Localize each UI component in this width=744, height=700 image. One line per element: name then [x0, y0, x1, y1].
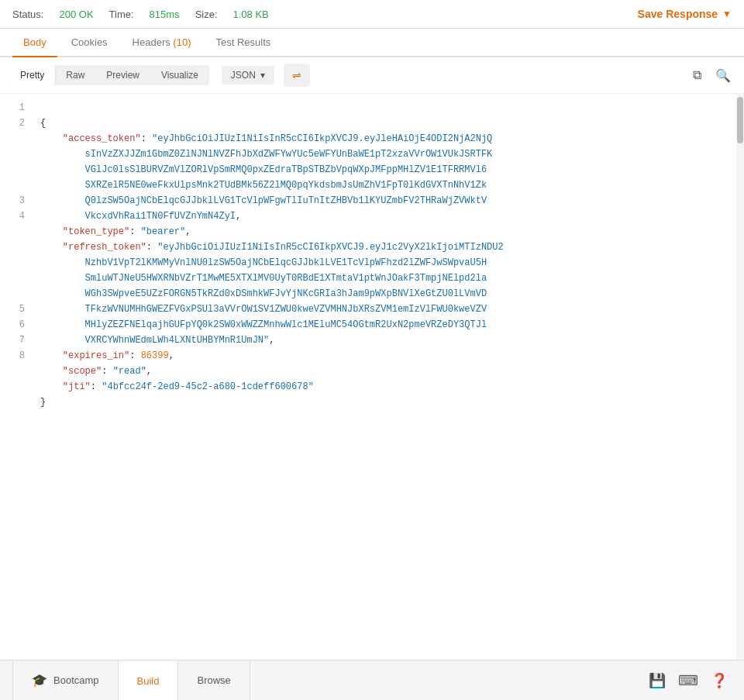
format-label: JSON: [231, 70, 256, 81]
json-content: { "access_token": "eyJhbGciOiJIUzI1NiIsI…: [34, 94, 736, 660]
nav-item-browse[interactable]: Browse: [178, 660, 250, 700]
pretty-button[interactable]: Pretty: [9, 65, 55, 85]
chevron-down-icon: ▾: [260, 70, 265, 81]
line-num-6: 6: [0, 317, 34, 333]
preview-button[interactable]: Preview: [95, 65, 150, 85]
code-area: 1 2 2 2 2 2 3 4 4 4 4 4 4 5 6 7 8 { "acc…: [0, 94, 744, 660]
nav-item-bootcamp[interactable]: 🎓 Bootcamp: [12, 660, 119, 700]
browse-label: Browse: [197, 674, 230, 686]
wrap-button[interactable]: ⇌: [284, 64, 310, 87]
line-num-4: 4: [0, 209, 34, 224]
line-num-5: 5: [0, 302, 34, 317]
line-num-1: 1: [0, 100, 34, 116]
line-num-8: 8: [0, 348, 34, 364]
line-num-7: 7: [0, 333, 34, 348]
status-value: 200 OK: [59, 9, 93, 20]
wrap-icon: ⇌: [292, 69, 301, 81]
bottom-navigation: 🎓 Bootcamp Build Browse 💾 ⌨ ❓: [0, 660, 744, 700]
bootcamp-label: Bootcamp: [53, 674, 99, 686]
search-button[interactable]: 🔍: [711, 64, 735, 87]
copy-button[interactable]: ⧉: [685, 64, 708, 87]
bootcamp-icon: 🎓: [32, 673, 47, 688]
bottom-icons: 💾 ⌨ ❓: [645, 668, 732, 693]
keyboard-icon[interactable]: ⌨: [676, 668, 701, 693]
visualize-button[interactable]: Visualize: [150, 65, 209, 85]
raw-button[interactable]: Raw: [55, 65, 95, 85]
nav-item-build[interactable]: Build: [119, 660, 179, 700]
tab-headers[interactable]: Headers (10): [122, 29, 202, 57]
save-response-button[interactable]: Save Response ▼: [638, 8, 732, 20]
scrollbar-thumb[interactable]: [737, 97, 743, 143]
status-bar: Status: 200 OK Time: 815ms Size: 1.08 KB…: [0, 0, 744, 29]
status-label: Status:: [12, 9, 43, 20]
tab-body[interactable]: Body: [12, 29, 57, 57]
line-numbers: 1 2 2 2 2 2 3 4 4 4 4 4 4 5 6 7 8: [0, 94, 34, 660]
time-value: 815ms: [150, 9, 180, 20]
line-num-3: 3: [0, 193, 34, 209]
response-tabs: Body Cookies Headers (10) Test Results: [0, 29, 744, 57]
size-value: 1.08 KB: [233, 9, 269, 20]
help-icon[interactable]: ❓: [707, 668, 732, 693]
line-num-2: 2: [0, 116, 34, 131]
search-icon: 🔍: [715, 68, 731, 83]
save-icon[interactable]: 💾: [645, 668, 670, 693]
tab-cookies[interactable]: Cookies: [60, 29, 119, 57]
vertical-scrollbar[interactable]: [736, 94, 744, 660]
format-selector[interactable]: JSON ▾: [222, 66, 274, 84]
view-toolbar: Pretty Raw Preview Visualize JSON ▾ ⇌ ⧉ …: [0, 57, 744, 94]
view-mode-group: Pretty Raw Preview Visualize: [9, 65, 209, 85]
tab-test-results[interactable]: Test Results: [205, 29, 281, 57]
copy-icon: ⧉: [693, 68, 701, 82]
build-label: Build: [137, 675, 160, 687]
size-label: Size:: [195, 9, 218, 20]
time-label: Time:: [109, 9, 134, 20]
chevron-down-icon: ▼: [722, 9, 732, 19]
